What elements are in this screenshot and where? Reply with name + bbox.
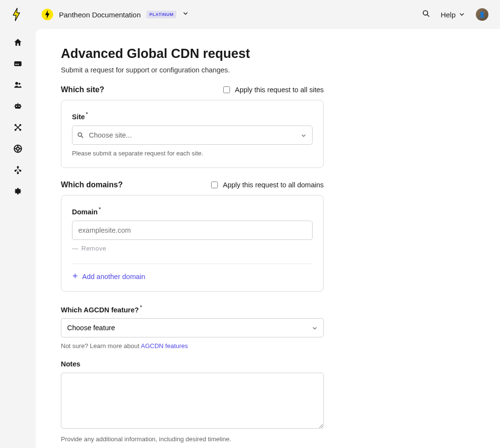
svg-point-5 (15, 82, 18, 85)
plus-icon (72, 273, 78, 280)
workspace-name[interactable]: Pantheon Documentation (59, 11, 141, 19)
workspace-logo[interactable] (42, 9, 53, 20)
divider (72, 264, 313, 264)
apply-all-sites-checkbox[interactable] (223, 86, 230, 93)
site-field-label: Site* (72, 111, 313, 121)
remove-label: Remove (82, 245, 106, 252)
main-content: Advanced Global CDN request Submit a req… (36, 29, 500, 448)
feature-help-text: Not sure? Learn more about AGCDN feature… (61, 342, 324, 350)
sidebar-upstreams[interactable] (13, 165, 23, 175)
svg-point-28 (17, 172, 19, 174)
sidebar-settings[interactable] (13, 186, 23, 196)
feature-field-label: Which AGCDN feature?* (61, 304, 324, 314)
apply-all-domains-label: Apply this request to all domains (223, 181, 324, 189)
svg-point-9 (18, 106, 20, 107)
domain-field-label: Domain* (72, 206, 313, 216)
page-title: Advanced Global CDN request (61, 46, 386, 61)
svg-rect-7 (15, 104, 21, 109)
site-section-heading: Which site? (61, 85, 104, 94)
svg-point-8 (16, 106, 17, 107)
sidebar-autopilot[interactable] (13, 101, 23, 111)
svg-point-20 (16, 147, 19, 150)
domain-section-heading: Which domains? (61, 181, 123, 189)
remove-domain-button[interactable]: — Remove (72, 245, 313, 252)
sidebar-sites[interactable] (13, 59, 23, 69)
search-icon (77, 131, 84, 139)
chevron-down-icon (458, 11, 465, 18)
plan-badge: PLATINUM (146, 11, 176, 18)
topbar-right: Help 👤 (422, 8, 488, 21)
user-avatar[interactable]: 👤 (476, 8, 488, 21)
svg-line-1 (427, 14, 429, 16)
notes-help-text: Provide any additional information, incl… (61, 435, 324, 443)
svg-line-30 (81, 136, 83, 138)
add-domain-label: Add another domain (82, 273, 145, 280)
agcdn-features-link[interactable]: AGCDN features (141, 342, 188, 350)
minus-icon: — (72, 245, 79, 252)
sidebar-team[interactable] (13, 80, 23, 90)
chevron-down-icon (312, 325, 318, 331)
notes-field-label: Notes (61, 360, 324, 368)
svg-point-25 (17, 166, 19, 168)
feature-select[interactable]: Choose feature (61, 318, 324, 337)
app-logo[interactable] (12, 8, 21, 21)
chevron-down-icon (300, 132, 307, 138)
apply-all-domains-checkbox[interactable] (211, 182, 218, 188)
domain-panel: Domain* — Remove Add another domain (61, 195, 324, 292)
search-icon[interactable] (422, 10, 430, 19)
help-menu[interactable]: Help (441, 11, 465, 19)
apply-all-sites-wrap[interactable]: Apply this request to all sites (223, 86, 324, 94)
topbar: Pantheon Documentation PLATINUM Help 👤 (0, 0, 500, 29)
svg-rect-4 (17, 64, 19, 65)
sidebar-support[interactable] (13, 144, 23, 154)
svg-point-6 (18, 83, 20, 84)
site-select[interactable]: Choose site... (72, 126, 313, 145)
domain-input[interactable] (72, 221, 313, 240)
help-label: Help (441, 11, 456, 19)
workspace-switcher-chevron[interactable] (182, 10, 189, 19)
site-help-text: Please submit a separate request for eac… (72, 150, 313, 157)
page-subtitle: Submit a request for support or configur… (61, 66, 386, 74)
sidebar-edge[interactable] (13, 123, 23, 132)
sidebar-home[interactable] (13, 38, 23, 47)
site-panel: Site* Choose site... Please submit a sep… (61, 100, 324, 168)
sidebar (0, 29, 36, 448)
topbar-left: Pantheon Documentation PLATINUM (12, 8, 189, 21)
svg-rect-3 (15, 64, 17, 65)
add-domain-button[interactable]: Add another domain (72, 273, 313, 280)
apply-all-sites-label: Apply this request to all sites (235, 86, 324, 94)
notes-textarea[interactable] (61, 373, 324, 429)
apply-all-domains-wrap[interactable]: Apply this request to all domains (211, 181, 324, 189)
